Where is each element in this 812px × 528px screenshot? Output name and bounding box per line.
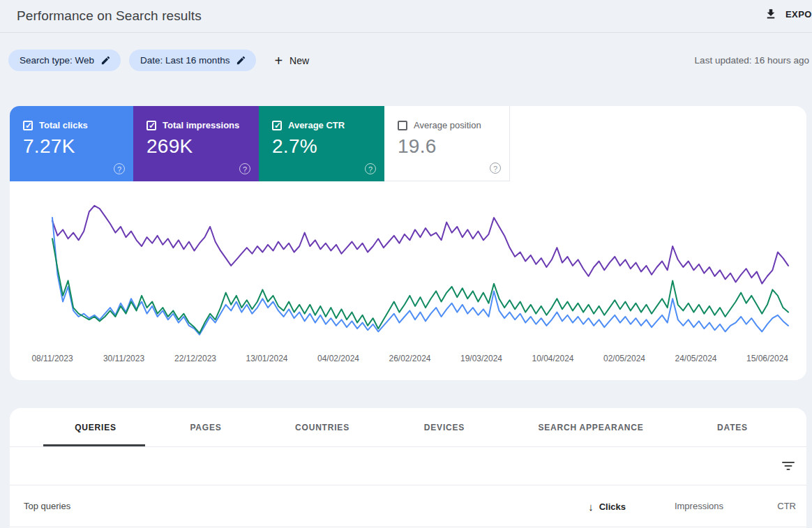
tab-countries[interactable]: COUNTRIES — [295, 408, 349, 447]
x-axis-label: 22/12/2023 — [174, 354, 216, 363]
metric-label: Average CTR — [288, 120, 345, 130]
checkbox-checked-icon[interactable] — [23, 121, 33, 130]
x-axis-label: 10/04/2024 — [532, 354, 573, 363]
tab-pages[interactable]: PAGES — [190, 408, 221, 447]
search-type-chip[interactable]: Search type: Web — [8, 50, 121, 71]
x-axis-label: 02/05/2024 — [603, 354, 645, 363]
tab-queries[interactable]: QUERIES — [75, 408, 116, 447]
metric-label: Total impressions — [163, 120, 239, 130]
x-axis-label: 30/11/2023 — [103, 354, 144, 363]
help-icon[interactable]: ? — [365, 163, 376, 174]
export-button-label: EXPORT — [785, 9, 812, 20]
x-axis-label: 19/03/2024 — [460, 354, 502, 363]
metric-value: 7.27K — [23, 135, 122, 158]
checkbox-unchecked-icon[interactable] — [398, 121, 407, 130]
metric-value: 19.6 — [398, 135, 498, 158]
active-tab-underline — [43, 444, 145, 446]
help-icon[interactable]: ? — [239, 163, 250, 174]
line-total-clicks — [52, 218, 788, 335]
last-updated-text: Last updated: 16 hours ago — [695, 55, 809, 66]
x-axis-labels: 08/11/202330/11/202322/12/202313/01/2024… — [10, 354, 806, 365]
date-range-chip[interactable]: Date: Last 16 months — [129, 50, 256, 71]
page-title: Performance on Search results — [17, 8, 202, 24]
clicks-column-header[interactable]: ↓ Clicks — [588, 501, 626, 513]
x-axis-label: 26/02/2024 — [389, 354, 430, 363]
sort-descending-icon: ↓ — [588, 501, 594, 513]
download-icon — [765, 8, 777, 20]
chart-card: Total clicks 7.27K ? Total impressions 2… — [10, 106, 806, 380]
queries-table-card: QUERIES PAGES COUNTRIES DEVICES SEARCH A… — [10, 408, 806, 528]
table-header-row: Top queries ↓ Clicks Impressions CTR — [10, 485, 806, 527]
table-filter-row — [10, 447, 806, 485]
ctr-column-header[interactable]: CTR — [777, 501, 796, 511]
total-impressions-tile[interactable]: Total impressions 269K ? — [133, 106, 259, 181]
performance-chart — [10, 197, 806, 347]
dimension-tabs: QUERIES PAGES COUNTRIES DEVICES SEARCH A… — [10, 408, 806, 447]
performance-chart-svg — [10, 197, 806, 347]
x-axis-label: 15/06/2024 — [746, 354, 788, 363]
new-filter-button[interactable]: + New — [274, 54, 309, 68]
x-axis-label: 13/01/2024 — [246, 354, 287, 363]
tab-devices[interactable]: DEVICES — [424, 408, 465, 447]
date-range-chip-label: Date: Last 16 months — [140, 55, 230, 66]
metric-tiles: Total clicks 7.27K ? Total impressions 2… — [10, 106, 510, 181]
plus-icon: + — [274, 54, 283, 68]
line-total-impressions — [52, 206, 788, 284]
performance-page: Performance on Search results EXPORT Sea… — [0, 0, 812, 528]
top-bar: Performance on Search results EXPORT — [0, 0, 812, 33]
metric-label: Total clicks — [39, 120, 88, 130]
metric-value: 2.7% — [272, 135, 373, 158]
x-axis-label: 04/02/2024 — [317, 354, 359, 363]
new-filter-label: New — [290, 55, 309, 66]
export-button[interactable]: EXPORT — [765, 8, 812, 20]
checkbox-checked-icon[interactable] — [272, 121, 282, 130]
edit-icon — [236, 55, 246, 66]
tab-search-appearance[interactable]: SEARCH APPEARANCE — [538, 408, 643, 447]
impressions-column-header[interactable]: Impressions — [675, 501, 723, 511]
help-icon[interactable]: ? — [490, 163, 501, 174]
x-axis-label: 24/05/2024 — [675, 354, 716, 363]
help-icon[interactable]: ? — [114, 163, 125, 174]
x-axis-label: 08/11/2023 — [31, 354, 73, 363]
search-type-chip-label: Search type: Web — [20, 55, 94, 66]
edit-icon — [100, 55, 111, 66]
checkbox-checked-icon[interactable] — [146, 121, 156, 130]
metric-label: Average position — [414, 120, 481, 130]
top-queries-column-header: Top queries — [24, 501, 70, 511]
tab-dates[interactable]: DATES — [717, 408, 748, 447]
filter-bar: Search type: Web Date: Last 16 months + … — [8, 50, 309, 71]
average-position-tile[interactable]: Average position 19.6 ? — [384, 106, 510, 181]
filter-list-icon[interactable] — [781, 460, 795, 472]
average-ctr-tile[interactable]: Average CTR 2.7% ? — [259, 106, 384, 181]
total-clicks-tile[interactable]: Total clicks 7.27K ? — [10, 106, 133, 181]
metric-value: 269K — [146, 135, 248, 158]
